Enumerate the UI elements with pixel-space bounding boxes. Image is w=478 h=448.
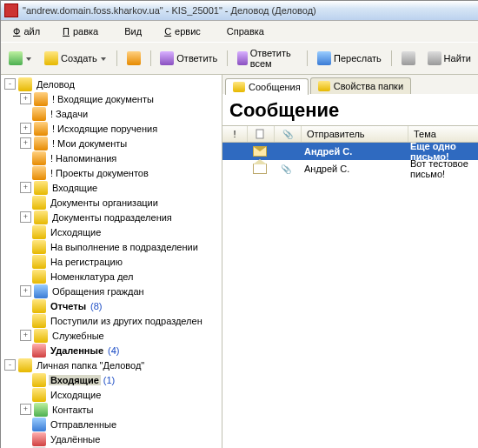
tree-node[interactable]: +Входящие [1, 180, 222, 195]
col-sender[interactable]: Отправитель [302, 126, 408, 142]
expand-icon[interactable]: + [20, 330, 31, 341]
separator [116, 50, 117, 66]
message-list[interactable]: Андрей С.Еще одно письмо!Андрей С.Вот те… [222, 143, 478, 448]
tree-node[interactable]: +Служебные [1, 328, 222, 343]
expand-icon[interactable]: + [20, 182, 31, 193]
tree-node[interactable]: Номенклатура дел [1, 269, 222, 284]
forward-icon [317, 51, 331, 65]
collapse-icon[interactable]: - [4, 359, 16, 371]
tree-node[interactable]: Исходящие [1, 224, 222, 239]
subject-cell: Вот тестовое письмо! [405, 158, 478, 179]
tree-node[interactable]: ! Проекты документов [1, 165, 222, 180]
open-button[interactable] [123, 49, 145, 68]
mail-icon [233, 82, 245, 92]
col-priority[interactable]: ! [222, 126, 248, 142]
tree-label: Удалённые [49, 434, 102, 445]
folder-icon [32, 432, 46, 446]
tree-node[interactable]: +! Исходящие поручения [1, 121, 222, 136]
create-button[interactable]: Создать [40, 49, 111, 68]
tree-node[interactable]: Удалённые [1, 431, 222, 446]
tab-folder-props[interactable]: Свойства папки [310, 77, 411, 94]
svg-rect-0 [256, 130, 263, 138]
tree-label: Исходящие [49, 390, 103, 400]
col-subject[interactable]: Тема [408, 126, 478, 142]
tree-node[interactable]: Удаленные(4) [1, 343, 222, 358]
tree-label: Отчеты [49, 301, 88, 311]
clip-icon [281, 164, 291, 174]
tree-node[interactable]: Документы организации [1, 195, 222, 210]
envelope-open-icon [253, 164, 267, 174]
history-back-button[interactable] [4, 49, 37, 68]
sender-cell: Андрей С. [299, 164, 405, 174]
tree-node[interactable]: +Контакты [1, 402, 222, 417]
tree-node[interactable]: ! Напоминания [1, 150, 222, 165]
tree-label: Деловод [35, 79, 76, 90]
tree-node[interactable]: Входящие(1) [1, 372, 222, 387]
folder-icon [32, 166, 46, 180]
message-row[interactable]: Андрей С.Вот тестовое письмо! [222, 160, 478, 177]
unread-count: (1) [103, 375, 115, 385]
reply-all-button[interactable]: Ответить всем [233, 45, 302, 71]
menu-service[interactable]: Сервис [161, 24, 208, 38]
tree-node[interactable]: -Личная папка "Деловод" [1, 358, 222, 372]
tree-node[interactable]: Исходящие [1, 387, 222, 402]
tree-label: ! Исходящие поручения [50, 124, 159, 134]
reply-label: Ответить [176, 53, 217, 64]
list-heading: Сообщение [222, 94, 478, 126]
print-button[interactable] [397, 49, 420, 68]
back-icon [9, 51, 23, 65]
folder-icon [34, 403, 48, 417]
expand-icon[interactable]: + [20, 137, 31, 149]
find-button[interactable]: Найти [423, 49, 475, 68]
tree-label: Номенклатура дел [49, 271, 135, 282]
menu-help[interactable]: Справка [220, 24, 271, 38]
tree-node[interactable]: Отправленные [1, 417, 222, 431]
forward-button[interactable]: Переслать [313, 49, 386, 68]
message-row[interactable]: Андрей С.Еще одно письмо! [222, 143, 478, 160]
tree-node[interactable]: -Деловод [1, 77, 222, 91]
menu-view[interactable]: Вид [117, 24, 149, 38]
forward-label: Переслать [334, 53, 382, 64]
col-icon[interactable] [248, 126, 275, 142]
tree-label: Служебные [50, 331, 106, 341]
reply-button[interactable]: Ответить [156, 49, 222, 68]
tree-node[interactable]: +Документы подразделения [1, 210, 222, 224]
tree-node[interactable]: ! Задачи [1, 106, 222, 121]
folder-icon [34, 137, 48, 150]
folder-icon [32, 299, 46, 313]
folder-icon [18, 358, 32, 372]
expand-icon[interactable]: + [20, 285, 31, 297]
right-pane: Сообщения Свойства папки Сообщение ! Отп… [222, 75, 478, 448]
col-attach[interactable] [275, 126, 302, 142]
tree-node[interactable]: +Обращения граждан [1, 284, 222, 298]
folder-icon [32, 314, 46, 328]
expand-icon[interactable]: + [20, 123, 31, 134]
reply-all-icon [237, 51, 248, 65]
folder-icon [32, 196, 46, 210]
expand-icon[interactable]: + [20, 211, 31, 223]
menu-edit[interactable]: Правка [59, 24, 105, 38]
tab-strip: Сообщения Свойства папки [222, 75, 478, 94]
tree-label: Документы подразделения [50, 212, 174, 223]
tree-label: Личная папка "Деловод" [35, 360, 146, 371]
folder-tree[interactable]: -Деловод+! Входящие документы! Задачи+! … [1, 75, 222, 448]
tab-messages[interactable]: Сообщения [225, 78, 309, 95]
separator [227, 50, 228, 66]
separator [391, 50, 392, 66]
tree-node[interactable]: На выполнение в подразделении [1, 239, 222, 254]
tree-label: Обращения граждан [50, 286, 146, 297]
menu-file[interactable]: Файл [10, 24, 47, 38]
expand-icon[interactable]: + [20, 404, 31, 415]
menubar: Файл Правка Вид Сервис Справка [1, 21, 478, 42]
tree-label: Поступили из других подразделен [49, 316, 204, 326]
collapse-icon[interactable]: - [4, 78, 16, 90]
tree-node[interactable]: +! Входящие документы [1, 91, 222, 106]
expand-icon[interactable]: + [20, 93, 31, 104]
titlebar: "andrew.domain.foss.kharkov.ua" - KIS_25… [1, 1, 478, 21]
tree-label: ! Входящие документы [50, 94, 156, 104]
tree-node[interactable]: +! Мои документы [1, 136, 222, 150]
tree-node[interactable]: Отчеты(8) [1, 298, 222, 313]
tree-node[interactable]: На регистрацию [1, 254, 222, 269]
tree-label: Входящие [50, 183, 99, 193]
tree-node[interactable]: Поступили из других подразделен [1, 313, 222, 328]
